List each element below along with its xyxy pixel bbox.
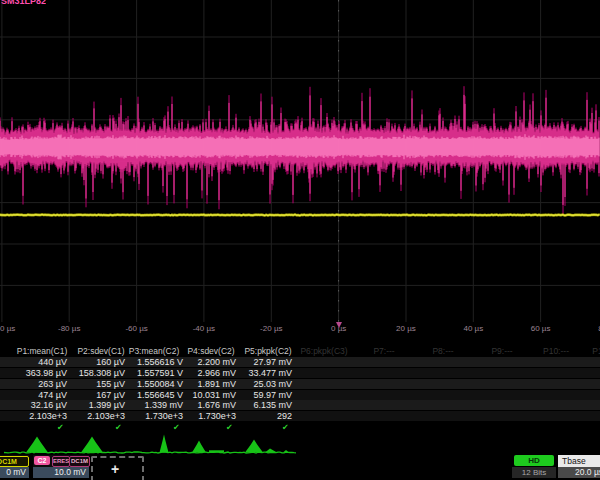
param-header-unused[interactable]: P8:--- (409, 346, 477, 356)
param-value: 1.557591 V (125, 368, 183, 378)
time-tick-label: 60 µs (531, 324, 551, 333)
param-header[interactable]: P1:mean(C1) (8, 346, 76, 356)
trace-c1-yellow (0, 213, 599, 217)
param-value: 1.891 mV (178, 379, 236, 389)
time-tick-label: -60 µs (125, 324, 147, 333)
c2-eres-badge: ERES (52, 456, 70, 467)
param-value: 1.730e+3 (178, 411, 236, 421)
param-value: 32.16 µV (9, 400, 67, 410)
param-value: 167 µV (67, 390, 125, 400)
param-value: 59.97 mV (234, 390, 292, 400)
param-value: 1.339 mV (125, 400, 183, 410)
param-value: 292 (234, 411, 292, 421)
add-trace-box[interactable]: + (91, 456, 144, 480)
param-value: 25.03 mV (234, 379, 292, 389)
param-value: 33.477 mV (234, 368, 292, 378)
channel-c2-descriptor[interactable]: C2 ERES DC1M 10.0 mV (33, 455, 89, 479)
param-value: 2.966 mV (178, 368, 236, 378)
c2-coupling-badge: DC1M (69, 456, 90, 467)
param-value: 474 µV (9, 390, 67, 400)
param-value: 1.399 µV (67, 400, 125, 410)
trigger-position-marker[interactable] (336, 322, 342, 328)
param-value: 2.103e+3 (67, 411, 125, 421)
trace-label: SM31LP82 (1, 0, 46, 9)
c1-value: 0 mV (0, 467, 29, 478)
c2-channel-badge: C2 (34, 456, 50, 465)
param-value: 155 µV (67, 379, 125, 389)
c1-badge-row: DC1M (0, 455, 29, 467)
hd-bits-label: 12 Bits (512, 467, 556, 478)
measurement-table: P1:mean(C1)440 µV363.98 µV263 µV474 µV32… (0, 344, 600, 432)
time-axis: -100 µs-80 µs-60 µs-40 µs-20 µs0 µs20 µs… (0, 321, 600, 337)
param-value: 1.550084 V (125, 379, 183, 389)
param-value: 363.98 µV (9, 368, 67, 378)
hd-logo: HD (514, 455, 554, 466)
channel-c1-descriptor[interactable]: DC1M 0 mV (0, 455, 29, 479)
time-tick-label: -20 µs (260, 324, 282, 333)
c2-vdiv: 10.0 mV (33, 467, 89, 478)
param-header-unused[interactable]: P6:pkpk(C3) (290, 346, 358, 356)
param-value: 263 µV (9, 379, 67, 389)
param-value: 6.135 mV (234, 400, 292, 410)
param-value: 1.556616 V (125, 357, 183, 367)
param-value: 1.676 mV (178, 400, 236, 410)
param-value: 27.97 mV (234, 357, 292, 367)
time-tick-label: -80 µs (58, 324, 80, 333)
time-tick-label: 40 µs (463, 324, 483, 333)
oscilloscope-screen: SM31LP82 -100 µs-80 µs-60 µs-40 µs-20 µs… (0, 0, 600, 480)
time-tick-label: -40 µs (193, 324, 215, 333)
plus-icon: + (111, 461, 119, 477)
param-value: 440 µV (9, 357, 67, 367)
time-tick-label: -100 µs (0, 324, 15, 333)
param-header-unused[interactable]: P11:--- (571, 346, 600, 356)
c2-badge-row: C2 ERES DC1M (33, 455, 89, 467)
param-value: 1.556645 V (125, 390, 183, 400)
c1-coupling-badge: DC1M (0, 456, 29, 467)
param-value: 2.200 mV (178, 357, 236, 367)
param-value: 1.730e+3 (125, 411, 183, 421)
hd-resolution-block: HD 12 Bits (512, 455, 556, 478)
param-value: 2.103e+3 (9, 411, 67, 421)
param-value: 158.308 µV (67, 368, 125, 378)
timebase-value: 20.0 µs/div (558, 467, 600, 478)
timebase-title: Tbase (558, 455, 600, 467)
time-tick-label: 20 µs (396, 324, 416, 333)
param-value: 10.031 mV (178, 390, 236, 400)
param-value: 160 µV (67, 357, 125, 367)
histicon-row (0, 428, 600, 456)
timebase-descriptor[interactable]: Tbase 20.0 µs/div (558, 455, 600, 478)
waveform-grid[interactable] (0, 0, 600, 322)
param-header-unused[interactable]: P7:--- (350, 346, 418, 356)
trace-c2-pink (0, 86, 599, 214)
